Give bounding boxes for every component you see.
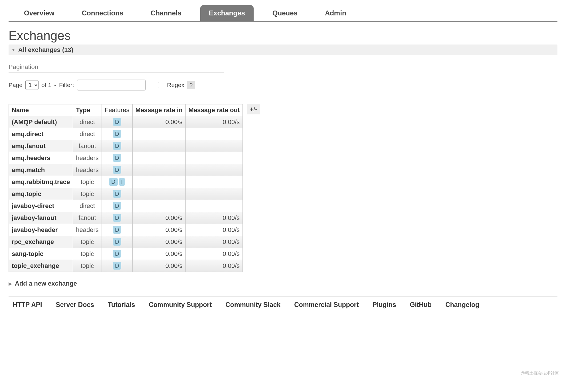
exchange-name-link[interactable]: javaboy-direct	[9, 200, 73, 212]
exchange-type: fanout	[73, 140, 102, 152]
caret-right-icon: ▶	[9, 281, 12, 286]
rate-out: 0.00/s	[185, 224, 243, 236]
page-select[interactable]: 1	[25, 80, 39, 90]
exchange-features: D	[102, 140, 132, 152]
rate-in: 0.00/s	[132, 224, 185, 236]
footer-link-github[interactable]: GitHub	[410, 301, 432, 309]
durable-badge-icon: D	[113, 250, 121, 258]
durable-badge-icon: D	[109, 178, 118, 186]
rate-in: 0.00/s	[132, 116, 185, 128]
durable-badge-icon: D	[113, 262, 121, 270]
add-exchange-label: Add a new exchange	[15, 280, 77, 287]
all-exchanges-toggle[interactable]: ▼ All exchanges (13)	[9, 45, 557, 55]
tab-admin[interactable]: Admin	[316, 5, 355, 21]
col-header-type[interactable]: Type	[73, 104, 102, 116]
tab-exchanges[interactable]: Exchanges	[200, 5, 254, 21]
tab-overview[interactable]: Overview	[15, 5, 63, 21]
footer-link-plugins[interactable]: Plugins	[372, 301, 396, 309]
table-row: amq.headersheadersD	[9, 152, 243, 164]
table-row: rpc_exchangetopicD0.00/s0.00/s	[9, 236, 243, 248]
durable-badge-icon: D	[113, 118, 121, 126]
exchange-features: D	[102, 164, 132, 176]
all-exchanges-label: All exchanges (13)	[18, 46, 73, 54]
rate-in	[132, 188, 185, 200]
rate-out	[185, 164, 243, 176]
tab-connections[interactable]: Connections	[73, 5, 132, 21]
exchange-features: D	[102, 200, 132, 212]
regex-checkbox[interactable]	[158, 82, 164, 88]
rate-out	[185, 188, 243, 200]
exchange-name-link[interactable]: amq.rabbitmq.trace	[9, 176, 73, 188]
tab-channels[interactable]: Channels	[142, 5, 190, 21]
exchange-name-link[interactable]: amq.topic	[9, 188, 73, 200]
rate-out	[185, 128, 243, 140]
exchange-name-link[interactable]: amq.headers	[9, 152, 73, 164]
table-row: (AMQP default)directD0.00/s0.00/s	[9, 116, 243, 128]
exchange-features: D	[102, 152, 132, 164]
footer-link-server-docs[interactable]: Server Docs	[56, 301, 94, 309]
durable-badge-icon: D	[113, 154, 121, 162]
columns-toggle-button[interactable]: +/-	[247, 104, 260, 114]
footer-links: HTTP API Server Docs Tutorials Community…	[9, 301, 557, 309]
exchange-features: D	[102, 128, 132, 140]
rate-in	[132, 200, 185, 212]
main-tabs: Overview Connections Channels Exchanges …	[9, 5, 557, 22]
rate-out: 0.00/s	[185, 248, 243, 260]
durable-badge-icon: D	[113, 202, 121, 210]
col-header-rate-out[interactable]: Message rate out	[185, 104, 243, 116]
exchange-name-link[interactable]: sang-topic	[9, 248, 73, 260]
exchange-type: topic	[73, 248, 102, 260]
internal-badge-icon: I	[119, 178, 125, 186]
table-row: amq.topictopicD	[9, 188, 243, 200]
exchange-features: D	[102, 236, 132, 248]
tab-queues[interactable]: Queues	[264, 5, 306, 21]
exchange-name-link[interactable]: rpc_exchange	[9, 236, 73, 248]
table-row: amq.fanoutfanoutD	[9, 140, 243, 152]
page-title: Exchanges	[9, 29, 557, 43]
exchange-type: direct	[73, 200, 102, 212]
col-header-name[interactable]: Name	[9, 104, 73, 116]
exchange-features: D	[102, 116, 132, 128]
table-row: topic_exchangetopicD0.00/s0.00/s	[9, 260, 243, 272]
durable-badge-icon: D	[113, 166, 121, 174]
rate-in	[132, 152, 185, 164]
footer-link-community-support[interactable]: Community Support	[149, 301, 212, 309]
exchange-name-link[interactable]: javaboy-header	[9, 224, 73, 236]
exchange-type: topic	[73, 260, 102, 272]
page-of-label: of 1	[41, 82, 51, 88]
exchange-type: headers	[73, 224, 102, 236]
exchange-name-link[interactable]: amq.direct	[9, 128, 73, 140]
exchange-type: topic	[73, 236, 102, 248]
exchange-name-link[interactable]: amq.fanout	[9, 140, 73, 152]
exchange-features: D	[102, 248, 132, 260]
footer-link-http-api[interactable]: HTTP API	[13, 301, 42, 309]
regex-help-button[interactable]: ?	[187, 81, 195, 89]
filter-input[interactable]	[77, 80, 145, 90]
exchange-type: topic	[73, 176, 102, 188]
add-exchange-toggle[interactable]: ▶ Add a new exchange	[9, 280, 557, 287]
footer-link-tutorials[interactable]: Tutorials	[108, 301, 135, 309]
exchange-name-link[interactable]: (AMQP default)	[9, 116, 73, 128]
rate-out	[185, 176, 243, 188]
exchange-name-link[interactable]: javaboy-fanout	[9, 212, 73, 224]
rate-in: 0.00/s	[132, 260, 185, 272]
table-row: javaboy-directdirectD	[9, 200, 243, 212]
exchange-name-link[interactable]: topic_exchange	[9, 260, 73, 272]
rate-out: 0.00/s	[185, 236, 243, 248]
exchange-features: D	[102, 260, 132, 272]
pagination-separator: -	[54, 82, 56, 88]
exchange-type: headers	[73, 152, 102, 164]
footer-link-commercial-support[interactable]: Commercial Support	[294, 301, 359, 309]
durable-badge-icon: D	[113, 226, 121, 234]
table-row: amq.rabbitmq.tracetopicDI	[9, 176, 243, 188]
exchange-type: direct	[73, 128, 102, 140]
exchange-features: D	[102, 188, 132, 200]
pagination-controls: Page 1 of 1 - Filter: Regex ?	[9, 80, 557, 90]
durable-badge-icon: D	[113, 214, 121, 222]
durable-badge-icon: D	[113, 142, 121, 150]
exchange-name-link[interactable]: amq.match	[9, 164, 73, 176]
footer-link-changelog[interactable]: Changelog	[445, 301, 479, 309]
footer-link-community-slack[interactable]: Community Slack	[225, 301, 280, 309]
durable-badge-icon: D	[113, 130, 121, 138]
col-header-rate-in[interactable]: Message rate in	[132, 104, 185, 116]
